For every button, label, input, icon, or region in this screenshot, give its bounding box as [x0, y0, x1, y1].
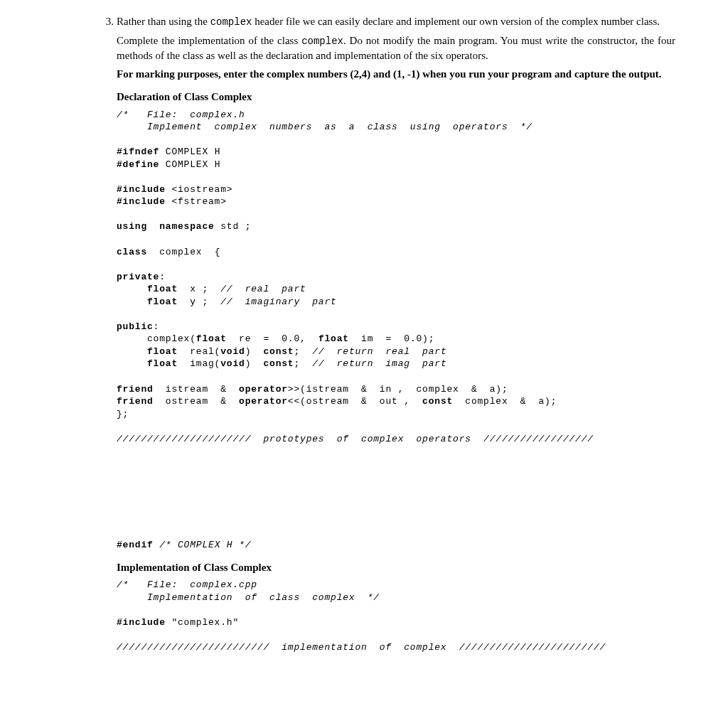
marking-instructions: For marking purposes, enter the complex … — [117, 67, 675, 81]
keyword: friend — [117, 396, 154, 407]
inline-code: complex — [210, 16, 252, 28]
keyword: operator — [239, 384, 288, 395]
keyword: const — [263, 346, 294, 357]
text: complex( — [117, 333, 196, 344]
text: : — [159, 272, 166, 282]
keyword: using namespace — [117, 221, 215, 232]
text: istream & — [154, 384, 239, 395]
keyword: private — [117, 272, 159, 282]
text: real( — [178, 346, 220, 357]
document-page: 3.Rather than using the complex header f… — [100, 14, 675, 728]
keyword: operator — [239, 396, 288, 407]
keyword: #endif — [117, 540, 154, 550]
keyword: float — [318, 333, 349, 344]
text: >>(istream & in , complex & a); — [288, 384, 508, 395]
text: complex { — [147, 247, 220, 257]
comment: // imaginary part — [220, 296, 336, 307]
text: <<(ostream & out , — [288, 396, 422, 407]
comment: // return real part — [312, 346, 446, 357]
intro-paragraph-1: 3.Rather than using the complex header f… — [117, 14, 675, 29]
keyword: #include — [117, 196, 166, 207]
blank-space — [117, 449, 675, 535]
keyword: friend — [117, 384, 154, 395]
comment: // real part — [220, 284, 306, 294]
comment: // return imag part — [312, 358, 446, 369]
text: "complex.h" — [166, 617, 239, 628]
text: ) — [245, 346, 264, 357]
text: : — [154, 321, 160, 332]
blank-space — [117, 658, 675, 728]
inline-code: complex — [301, 36, 343, 47]
keyword: #include — [117, 184, 166, 195]
keyword: float — [117, 346, 178, 357]
text: x ; — [178, 284, 220, 294]
keyword: float — [196, 333, 227, 344]
code-block-endif: #endif /* COMPLEX H */ — [117, 539, 675, 552]
text: complex & a); — [453, 396, 557, 407]
text: std ; — [215, 221, 252, 232]
text: Rather than using the — [117, 16, 210, 27]
keyword: void — [220, 358, 245, 369]
comment: /* COMPLEX H */ — [159, 540, 251, 550]
text: <iostream> — [166, 184, 233, 195]
list-item-3: 3.Rather than using the complex header f… — [100, 14, 675, 728]
keyword: #define — [117, 159, 159, 170]
section-heading-implementation: Implementation of Class Complex — [117, 560, 675, 574]
keyword: class — [117, 247, 147, 257]
keyword: #include — [117, 617, 166, 628]
comment: /* File: complex.cpp — [117, 579, 257, 590]
code-block-cpp: /* File: complex.cpp Implementation of c… — [117, 579, 675, 653]
intro-paragraph-2: Complete the implementation of the class… — [117, 33, 675, 63]
text: ) — [245, 358, 264, 369]
comment: ////////////////////// prototypes of com… — [117, 434, 594, 444]
keyword: float — [117, 296, 178, 307]
comment: Implement complex numbers as a class usi… — [117, 122, 532, 132]
text: ; — [294, 346, 312, 357]
text: ostream & — [154, 396, 239, 407]
text: header file we can easily declare and im… — [252, 16, 660, 27]
text: re = 0.0, — [227, 333, 318, 344]
text: COMPLEX H — [159, 159, 220, 170]
keyword: const — [263, 358, 294, 369]
keyword: float — [117, 358, 178, 369]
code-block-header: /* File: complex.h Implement complex num… — [117, 109, 675, 446]
text — [154, 540, 160, 550]
text: Complete the implementation of the class — [117, 35, 301, 46]
text: <fstream> — [166, 196, 227, 207]
text: im = 0.0); — [349, 333, 434, 344]
text: COMPLEX H — [159, 146, 220, 157]
keyword: #ifndef — [117, 146, 159, 157]
keyword: void — [220, 346, 245, 357]
keyword: float — [117, 284, 178, 294]
comment: ///////////////////////// implementation… — [117, 642, 606, 653]
text: ; — [294, 358, 312, 369]
text: imag( — [178, 358, 220, 369]
section-heading-declaration: Declaration of Class Complex — [117, 90, 675, 104]
item-number: 3. — [100, 14, 117, 28]
text: y ; — [178, 296, 220, 307]
keyword: const — [422, 396, 453, 407]
comment: /* File: complex.h — [117, 109, 245, 120]
keyword: public — [117, 321, 154, 332]
text: }; — [117, 409, 129, 419]
comment: Implementation of class complex */ — [117, 592, 380, 603]
